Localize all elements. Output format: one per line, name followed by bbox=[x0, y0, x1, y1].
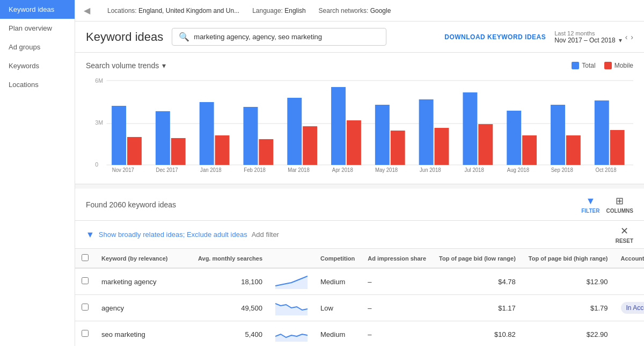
back-button[interactable]: ◀ bbox=[84, 5, 90, 16]
svg-rect-16 bbox=[287, 98, 302, 165]
row-competition-1: Low bbox=[314, 295, 361, 321]
svg-text:Dec 2017: Dec 2017 bbox=[156, 167, 178, 173]
columns-button[interactable]: ⊞ COLUMNS bbox=[606, 195, 633, 214]
svg-marker-42 bbox=[275, 334, 308, 342]
row-ad-impression-2: – bbox=[361, 321, 433, 347]
add-filter-button[interactable]: Add filter bbox=[252, 230, 279, 239]
svg-text:Aug 2018: Aug 2018 bbox=[507, 167, 530, 173]
page-title: Keyword ideas bbox=[86, 30, 163, 44]
columns-icon: ⊞ bbox=[616, 195, 624, 207]
row-keyword-2: seo marketing bbox=[95, 321, 192, 347]
header-ad-impression: Ad impression share bbox=[361, 249, 433, 268]
table-header-row: Found 2060 keyword ideas ▼ FILTER ⊞ COLU… bbox=[75, 189, 644, 221]
row-checkbox-1[interactable] bbox=[82, 304, 89, 311]
row-account-status-0 bbox=[614, 268, 645, 295]
header-bid-low: Top of page bid (low range) bbox=[433, 249, 522, 268]
header-bid-high: Top of page bid (high range) bbox=[522, 249, 614, 268]
reset-icon: ✕ bbox=[620, 225, 628, 237]
row-competition-2: Medium bbox=[314, 321, 361, 347]
sidebar-item-ad-groups[interactable]: Ad groups bbox=[0, 38, 75, 56]
svg-text:Feb 2018: Feb 2018 bbox=[244, 167, 266, 173]
svg-rect-34 bbox=[551, 105, 565, 165]
row-trend-2 bbox=[269, 321, 314, 347]
svg-rect-32 bbox=[522, 135, 537, 165]
row-bid-low-1: $1.17 bbox=[433, 295, 522, 321]
svg-rect-31 bbox=[507, 111, 521, 165]
chart-title-toggle[interactable]: Search volume trends ▾ bbox=[86, 61, 166, 70]
date-dropdown-icon[interactable]: ▾ bbox=[619, 37, 622, 44]
sidebar-item-locations[interactable]: Locations bbox=[0, 75, 75, 94]
reset-button[interactable]: ✕ RESET bbox=[616, 225, 633, 244]
bar-chart: 6M 3M 0 Nov 2017 Dec 2017 bbox=[86, 76, 633, 173]
svg-text:Apr 2018: Apr 2018 bbox=[332, 167, 354, 173]
svg-rect-11 bbox=[215, 135, 230, 165]
filter-funnel-icon: ▼ bbox=[86, 230, 94, 240]
download-button[interactable]: DOWNLOAD KEYWORD IDEAS bbox=[444, 33, 546, 41]
search-icon: 🔍 bbox=[179, 32, 189, 42]
svg-rect-35 bbox=[566, 135, 581, 165]
chart-container: 6M 3M 0 Nov 2017 Dec 2017 bbox=[86, 76, 633, 173]
filter-button[interactable]: ▼ FILTER bbox=[581, 196, 599, 214]
table-row: seo marketing 5,400 Medium – $10.82 $22.… bbox=[75, 321, 644, 347]
topbar: ◀ Locations: England, United Kingdom and… bbox=[75, 0, 644, 21]
date-prev-button[interactable]: ‹ bbox=[625, 33, 628, 41]
table-row: marketing agency 18,100 Medium – $4.78 $… bbox=[75, 268, 644, 295]
svg-rect-28 bbox=[463, 92, 477, 165]
sidebar-item-plan-overview[interactable]: Plan overview bbox=[0, 19, 75, 38]
bar-nov17-mobile bbox=[127, 137, 142, 165]
date-next-button[interactable]: › bbox=[631, 33, 633, 41]
found-text: Found 2060 keyword ideas bbox=[86, 200, 575, 209]
svg-text:Jul 2018: Jul 2018 bbox=[464, 167, 484, 173]
date-range-selector: Last 12 months Nov 2017 – Oct 2018 ▾ ‹ › bbox=[554, 30, 633, 44]
header-keyword: Keyword (by relevance) bbox=[95, 249, 192, 268]
svg-rect-37 bbox=[595, 100, 609, 165]
chart-dropdown-icon: ▾ bbox=[162, 61, 166, 70]
legend-total-color bbox=[572, 62, 579, 69]
filter-icon: ▼ bbox=[586, 196, 595, 207]
legend-mobile-color bbox=[604, 62, 612, 69]
keyword-table: Keyword (by relevance) Avg. monthly sear… bbox=[75, 249, 644, 346]
main-content: ◀ Locations: England, United Kingdom and… bbox=[75, 0, 644, 346]
select-all-checkbox[interactable] bbox=[82, 254, 89, 261]
header-trend bbox=[269, 249, 314, 268]
row-checkbox-2[interactable] bbox=[82, 330, 89, 337]
svg-rect-22 bbox=[375, 105, 390, 165]
filter-link[interactable]: Show broadly related ideas; Exclude adul… bbox=[99, 230, 247, 239]
row-trend-0 bbox=[269, 268, 314, 295]
legend-mobile: Mobile bbox=[604, 62, 633, 69]
header-checkbox-col bbox=[75, 249, 95, 268]
row-checkbox-0[interactable] bbox=[82, 277, 89, 284]
chart-header: Search volume trends ▾ Total Mobile bbox=[86, 61, 633, 70]
topbar-language: Language: English bbox=[252, 7, 305, 15]
svg-text:Jun 2018: Jun 2018 bbox=[420, 167, 441, 173]
header-avg-monthly: Avg. monthly searches bbox=[192, 249, 269, 268]
table-section: Found 2060 keyword ideas ▼ FILTER ⊞ COLU… bbox=[75, 189, 644, 346]
svg-rect-23 bbox=[391, 131, 405, 165]
chart-section: Search volume trends ▾ Total Mobile bbox=[75, 53, 644, 184]
svg-rect-26 bbox=[435, 128, 449, 165]
row-keyword-0: marketing agency bbox=[95, 268, 192, 295]
svg-text:6M: 6M bbox=[95, 77, 103, 84]
svg-rect-10 bbox=[200, 102, 214, 165]
svg-rect-14 bbox=[259, 139, 273, 165]
legend-total: Total bbox=[572, 62, 595, 69]
svg-text:Jan 2018: Jan 2018 bbox=[200, 167, 222, 173]
svg-rect-8 bbox=[171, 138, 186, 165]
search-input[interactable] bbox=[194, 33, 379, 41]
row-avg-2: 5,400 bbox=[192, 321, 269, 347]
svg-rect-7 bbox=[156, 111, 170, 165]
topbar-networks: Search networks: Google bbox=[319, 7, 391, 15]
svg-text:Mar 2018: Mar 2018 bbox=[288, 167, 310, 173]
row-avg-0: 18,100 bbox=[192, 268, 269, 295]
search-box[interactable]: 🔍 bbox=[172, 28, 386, 46]
row-bid-high-1: $1.79 bbox=[522, 295, 614, 321]
sidebar-item-keyword-ideas[interactable]: Keyword ideas bbox=[0, 0, 75, 19]
row-trend-1 bbox=[269, 295, 314, 321]
row-checkbox-col bbox=[75, 295, 95, 321]
table-row: agency 49,500 Low – $1.17 $1.79 In Accou… bbox=[75, 295, 644, 321]
row-avg-1: 49,500 bbox=[192, 295, 269, 321]
row-bid-high-0: $12.90 bbox=[522, 268, 614, 295]
svg-text:0: 0 bbox=[95, 161, 98, 168]
sidebar-item-keywords[interactable]: Keywords bbox=[0, 56, 75, 75]
date-range-label: Last 12 months bbox=[554, 30, 621, 37]
